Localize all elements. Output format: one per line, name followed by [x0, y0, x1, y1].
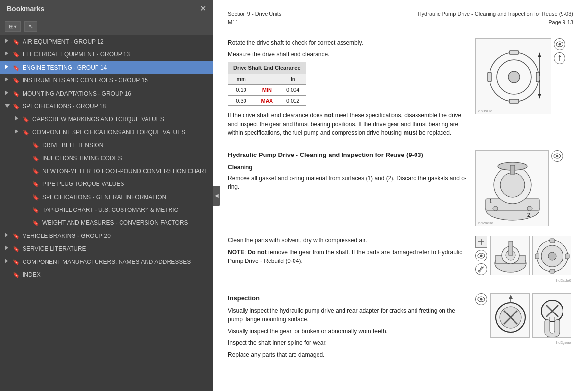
sidebar-item-pipe-plug[interactable]: 🔖 PIPE PLUG TORQUE VALUES — [0, 178, 213, 190]
shaft-clearance-table: Drive Shaft End Clearance mm in 0.10 MIN… — [228, 62, 306, 106]
sidebar-item-air-equipment[interactable]: 🔖 AIR EQUIPMENT - GROUP 12 — [0, 35, 213, 48]
side-icons-2 — [551, 150, 563, 162]
sidebar-item-label: CAPSCREW MARKINGS AND TORQUE VALUES — [32, 115, 209, 123]
sidebar-item-label: SPECIFICATIONS - GENERAL INFORMATION — [42, 193, 209, 201]
expand-arrow — [5, 232, 11, 239]
paragraph-inspect-3: Inspect the shaft inner spline for wear. — [228, 339, 468, 347]
bookmark-icon: 🔖 — [13, 258, 20, 266]
arrow-up-icon — [554, 52, 565, 64]
sidebar-item-drive-belt[interactable]: 🔖 DRIVE BELT TENSION — [0, 139, 213, 152]
col-header-blank — [254, 74, 280, 85]
sidebar-item-label: TAP-DRILL CHART - U.S. CUSTOMARY & METRI… — [42, 206, 209, 214]
image-column-2: 1 2 hd2adna — [475, 150, 573, 226]
svg-point-52 — [480, 298, 483, 301]
bookmark-icon: 🔖 — [13, 90, 20, 98]
bookmark-icon: 🔖 — [23, 129, 29, 136]
section-title-inspection: Inspection — [228, 293, 468, 303]
bookmark-icon: 🔖 — [13, 271, 20, 279]
sidebar-item-label: WEIGHT AND MEASURES - CONVERSION FACTORS — [42, 219, 209, 227]
expand-arrow — [15, 115, 21, 123]
sidebar-item-specifications[interactable]: 🔖 SPECIFICATIONS - GROUP 18 — [0, 100, 213, 113]
main-content: Section 9 - Drive Units M11 Hydraulic Pu… — [213, 0, 588, 391]
bookmark-icon: 🔖 — [32, 155, 39, 162]
sidebar-item-label: ENGINE TESTING - GROUP 14 — [23, 64, 209, 72]
expand-all-button[interactable]: ⊞▾ — [5, 21, 21, 32]
sidebar-item-newton-meter[interactable]: 🔖 NEWTON-METER TO FOOT-POUND CONVERSTION… — [0, 165, 213, 178]
svg-marker-16 — [558, 55, 561, 57]
bookmark-icon: 🔖 — [32, 193, 39, 201]
sidebar-item-label: DRIVE BELT TENSION — [42, 141, 209, 149]
sidebar-item-label: SERVICE LITERATURE — [23, 245, 209, 253]
sidebar-item-capscrew[interactable]: 🔖 CAPSCREW MARKINGS AND TORQUE VALUES — [0, 113, 213, 126]
svg-rect-27 — [510, 165, 515, 174]
table-title: Drive Shaft End Clearance — [228, 62, 306, 74]
svg-point-23 — [527, 206, 532, 211]
sidebar-item-engine-testing[interactable]: 🔖 ENGINE TESTING - GROUP 14 — [0, 61, 213, 74]
svg-text:dp3sHia: dp3sHia — [478, 109, 493, 113]
sidebar-title: Bookmarks — [7, 5, 44, 13]
sidebar-item-label: SPECIFICATIONS - GROUP 18 — [23, 103, 209, 110]
expand-arrow — [5, 103, 11, 110]
svg-point-50 — [548, 252, 556, 260]
sidebar-item-electrical-equipment[interactable]: 🔖 ELECTRICAL EQUIPMENT - GROUP 13 — [0, 48, 213, 61]
sidebar-item-component-manufacturers[interactable]: 🔖 COMPONENT MANUFACTURERS: NAMES AND ADD… — [0, 256, 213, 268]
eye-icon — [554, 38, 565, 50]
paragraph-rotate: Rotate the drive shaft to check for corr… — [228, 38, 468, 47]
sidebar-item-label: INSTRUMENTS AND CONTROLS - GROUP 15 — [23, 77, 209, 84]
sidebar-item-tap-drill[interactable]: 🔖 TAP-DRILL CHART - U.S. CUSTOMARY & MET… — [0, 204, 213, 216]
side-icons-4 — [475, 293, 487, 305]
text-column-3: Clean the parts with solvent, dry with c… — [228, 236, 468, 268]
sidebar-item-label: NEWTON-METER TO FOOT-POUND CONVERSTION C… — [42, 167, 209, 175]
sidebar-content[interactable]: 🔖 AIR EQUIPMENT - GROUP 12 🔖 ELECTRICAL … — [0, 35, 213, 391]
close-button[interactable]: ✕ — [200, 5, 206, 13]
sidebar-item-weight-measures[interactable]: 🔖 WEIGHT AND MEASURES - CONVERSION FACTO… — [0, 216, 213, 229]
illustration-caption-3: hd2ade6 — [490, 278, 571, 284]
wrench-icon-3 — [475, 263, 487, 275]
sidebar-item-instruments-controls[interactable]: 🔖 INSTRUMENTS AND CONTROLS - GROUP 15 — [0, 74, 213, 87]
row1-val: 0.004 — [280, 85, 306, 95]
paragraph-inspect-1: Visually inspect the hydraulic pump driv… — [228, 306, 468, 324]
bookmark-icon: 🔖 — [32, 141, 39, 149]
sidebar-item-index[interactable]: 🔖 INDEX — [0, 268, 213, 281]
bookmark-icon: 🔖 — [13, 232, 20, 240]
collapse-sidebar-button[interactable]: ◀ — [213, 186, 220, 206]
text-column-1: Rotate the drive shaft to check for corr… — [228, 38, 468, 140]
page-header-right: Hydraulic Pump Drive - Cleaning and Insp… — [418, 10, 573, 26]
illustration-caption-4: hd2geaa — [490, 340, 571, 346]
side-icons-3 — [475, 236, 487, 275]
svg-point-30 — [556, 155, 559, 157]
expand-arrow — [15, 129, 21, 136]
expand-arrow — [5, 258, 11, 265]
bookmark-icon: 🔖 — [32, 219, 39, 227]
eye-icon-2 — [551, 150, 563, 162]
sidebar-item-mounting-adaptations[interactable]: 🔖 MOUNTING ADAPTATIONS - GROUP 16 — [0, 87, 213, 100]
section-line1: Section 9 - Drive Units — [228, 10, 281, 18]
paragraph-note: NOTE: Do not remove the gear from the sh… — [228, 248, 468, 265]
sidebar-item-component-specs[interactable]: 🔖 COMPONENT SPECIFICATIONS AND TORQUE VA… — [0, 126, 213, 139]
svg-point-21 — [500, 173, 525, 197]
sidebar-item-label: PIPE PLUG TORQUE VALUES — [42, 180, 209, 188]
bookmark-icon: 🔖 — [13, 64, 20, 72]
illustration-4b — [532, 293, 571, 338]
bookmark-icon: 🔖 — [13, 77, 20, 84]
sidebar-item-label: INJECTIONS TIMING CODES — [42, 155, 209, 162]
sidebar-item-injection-timing[interactable]: 🔖 INJECTIONS TIMING CODES — [0, 152, 213, 165]
sidebar-item-specs-general[interactable]: 🔖 SPECIFICATIONS - GENERAL INFORMATION — [0, 191, 213, 204]
svg-rect-47 — [550, 269, 555, 273]
sidebar-item-label: INDEX — [23, 271, 209, 279]
illustration-2: 1 2 hd2adna — [475, 150, 549, 226]
sidebar-item-service-literature[interactable]: 🔖 SERVICE LITERATURE — [0, 242, 213, 255]
cursor-tool-button[interactable]: ↖ — [24, 21, 37, 32]
image-column-1: dp3sHia — [475, 38, 573, 114]
paragraph-clean: Clean the parts with solvent, dry with c… — [228, 236, 468, 245]
sidebar-header: Bookmarks ✕ — [0, 0, 213, 18]
bookmark-icon: 🔖 — [13, 103, 20, 110]
svg-point-35 — [480, 255, 483, 257]
sidebar-toolbar: ⊞▾ ↖ — [0, 18, 213, 35]
sidebar-item-label: COMPONENT SPECIFICATIONS AND TORQUE VALU… — [32, 129, 209, 136]
expand-arrow — [5, 77, 11, 84]
sidebar-item-vehicle-braking[interactable]: 🔖 VEHICLE BRAKING - GROUP 20 — [0, 230, 213, 242]
page-header-left: Section 9 - Drive Units M11 — [228, 10, 281, 26]
svg-rect-48 — [535, 254, 539, 259]
row2-mid: MAX — [254, 96, 280, 106]
